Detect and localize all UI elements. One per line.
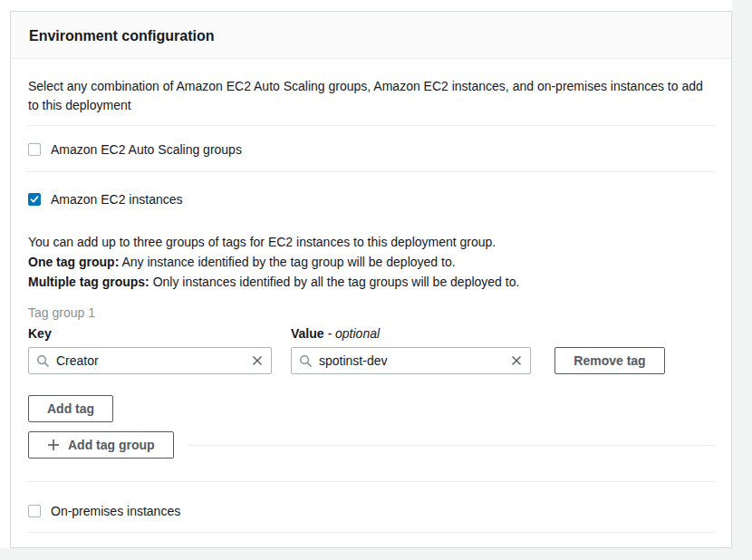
key-input[interactable] — [56, 353, 251, 368]
value-input[interactable] — [319, 353, 510, 368]
value-label: Value — [291, 326, 324, 341]
value-label-group: Value - optional — [291, 325, 380, 342]
one-tag-group-desc: Any instance identified by the tag group… — [119, 255, 455, 269]
divider — [26, 532, 716, 533]
search-icon — [299, 354, 313, 368]
horizontal-rule — [188, 445, 716, 446]
value-input-container — [291, 347, 531, 374]
plus-icon — [47, 439, 60, 451]
page-gutter-right — [732, 0, 752, 560]
value-optional-label: - optional — [324, 326, 380, 341]
multiple-tag-groups-desc: Only instances identified by all the tag… — [149, 275, 520, 289]
tags-help-line1: You can add up to three groups of tags f… — [28, 232, 713, 252]
auto-scaling-groups-label[interactable]: Amazon EC2 Auto Scaling groups — [51, 140, 242, 159]
multiple-tag-groups-term: Multiple tag groups: — [28, 275, 149, 289]
checkbox-row-auto-scaling-groups: Amazon EC2 Auto Scaling groups — [11, 126, 731, 171]
key-label: Key — [28, 325, 272, 342]
on-premises-label[interactable]: On-premises instances — [51, 502, 180, 520]
checkbox-row-on-premises: On-premises instances — [11, 482, 731, 532]
one-tag-group-term: One tag group: — [28, 255, 119, 269]
page-gutter-bottom — [0, 548, 752, 560]
add-tag-group-row: Add tag group — [28, 431, 716, 459]
tags-help-line3: Multiple tag groups: Only instances iden… — [28, 272, 713, 292]
clear-key-icon[interactable] — [251, 354, 264, 367]
auto-scaling-groups-checkbox[interactable] — [28, 143, 41, 156]
ec2-instances-checkbox[interactable] — [28, 193, 41, 206]
tag-field-labels: Key Value - optional — [28, 325, 713, 342]
tags-help-line2: One tag group: Any instance identified b… — [28, 252, 713, 272]
tag-group-title: Tag group 1 — [28, 304, 713, 322]
add-tag-group-label: Add tag group — [68, 438, 155, 452]
remove-tag-button[interactable]: Remove tag — [554, 347, 665, 374]
ec2-instances-label[interactable]: Amazon EC2 instances — [51, 190, 183, 208]
on-premises-checkbox[interactable] — [28, 505, 41, 517]
key-input-container — [28, 347, 272, 374]
panel-title: Environment configuration — [29, 28, 713, 44]
panel-description: Select any combination of Amazon EC2 Aut… — [11, 59, 727, 125]
search-icon — [36, 354, 50, 368]
checkbox-row-ec2-instances: Amazon EC2 instances — [11, 172, 731, 208]
tags-help-text: You can add up to three groups of tags f… — [28, 232, 713, 292]
panel-header: Environment configuration — [11, 12, 731, 59]
tag-inputs-row: Remove tag — [28, 347, 713, 374]
environment-configuration-panel: Environment configuration Select any com… — [10, 11, 732, 548]
add-tag-group-button[interactable]: Add tag group — [28, 431, 174, 459]
clear-value-icon[interactable] — [510, 354, 523, 367]
checkmark-icon — [30, 195, 39, 204]
add-tag-button[interactable]: Add tag — [28, 395, 113, 422]
